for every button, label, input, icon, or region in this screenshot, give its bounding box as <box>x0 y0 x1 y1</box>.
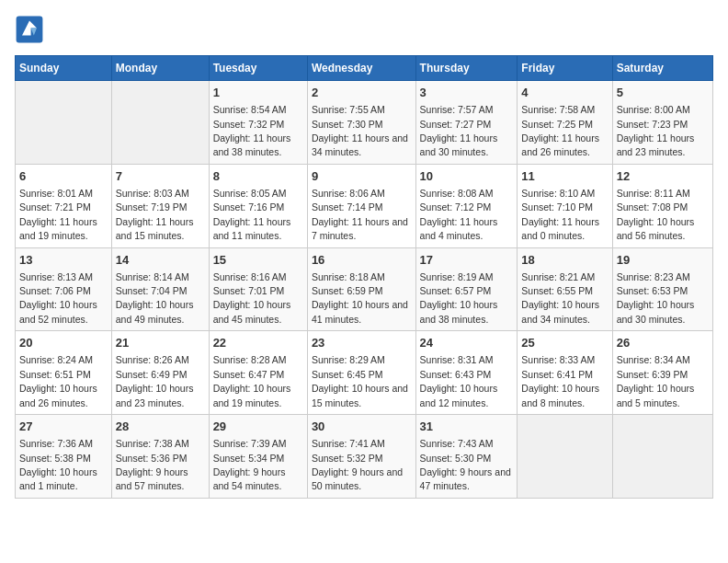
day-number: 27 <box>19 419 108 435</box>
day-info: Sunrise: 7:39 AMSunset: 5:34 PMDaylight:… <box>213 438 287 491</box>
calendar-cell: 2Sunrise: 7:55 AMSunset: 7:30 PMDaylight… <box>307 81 415 165</box>
day-info: Sunrise: 8:08 AMSunset: 7:12 PMDaylight:… <box>420 188 498 241</box>
calendar-cell: 23Sunrise: 8:29 AMSunset: 6:45 PMDayligh… <box>307 331 415 415</box>
calendar-cell: 26Sunrise: 8:34 AMSunset: 6:39 PMDayligh… <box>612 331 712 415</box>
weekday-header: Saturday <box>612 56 712 81</box>
day-info: Sunrise: 7:58 AMSunset: 7:25 PMDaylight:… <box>521 104 599 157</box>
calendar-week-row: 1Sunrise: 8:54 AMSunset: 7:32 PMDaylight… <box>16 81 713 165</box>
day-info: Sunrise: 8:23 AMSunset: 6:53 PMDaylight:… <box>617 271 695 325</box>
day-info: Sunrise: 7:55 AMSunset: 7:30 PMDaylight:… <box>312 104 408 157</box>
day-info: Sunrise: 8:54 AMSunset: 7:32 PMDaylight:… <box>213 104 291 157</box>
calendar-cell: 24Sunrise: 8:31 AMSunset: 6:43 PMDayligh… <box>415 331 518 415</box>
calendar-cell: 27Sunrise: 7:36 AMSunset: 5:38 PMDayligh… <box>16 415 112 499</box>
day-number: 12 <box>617 168 709 185</box>
weekday-header: Friday <box>518 56 612 81</box>
calendar-cell: 19Sunrise: 8:23 AMSunset: 6:53 PMDayligh… <box>612 247 712 331</box>
calendar-cell: 10Sunrise: 8:08 AMSunset: 7:12 PMDayligh… <box>415 164 518 247</box>
day-info: Sunrise: 8:06 AMSunset: 7:14 PMDaylight:… <box>312 188 408 241</box>
day-number: 24 <box>420 335 514 351</box>
calendar-table: SundayMondayTuesdayWednesdayThursdayFrid… <box>15 55 713 499</box>
calendar-cell <box>16 81 112 165</box>
day-info: Sunrise: 8:33 AMSunset: 6:41 PMDaylight:… <box>521 354 599 408</box>
day-info: Sunrise: 8:28 AMSunset: 6:47 PMDaylight:… <box>213 354 291 408</box>
day-info: Sunrise: 8:24 AMSunset: 6:51 PMDaylight:… <box>19 354 97 408</box>
calendar-cell: 30Sunrise: 7:41 AMSunset: 5:32 PMDayligh… <box>307 415 415 499</box>
day-number: 7 <box>116 168 205 185</box>
day-info: Sunrise: 7:36 AMSunset: 5:38 PMDaylight:… <box>19 438 97 491</box>
day-number: 17 <box>420 252 514 269</box>
day-info: Sunrise: 8:13 AMSunset: 7:06 PMDaylight:… <box>19 271 97 325</box>
day-info: Sunrise: 8:10 AMSunset: 7:10 PMDaylight:… <box>521 188 599 241</box>
calendar-cell <box>111 81 209 165</box>
day-number: 19 <box>617 252 709 269</box>
calendar-week-row: 20Sunrise: 8:24 AMSunset: 6:51 PMDayligh… <box>16 331 713 415</box>
calendar-header: SundayMondayTuesdayWednesdayThursdayFrid… <box>16 56 713 81</box>
weekday-header: Monday <box>111 56 209 81</box>
calendar-cell: 16Sunrise: 8:18 AMSunset: 6:59 PMDayligh… <box>307 247 415 331</box>
calendar-cell: 21Sunrise: 8:26 AMSunset: 6:49 PMDayligh… <box>111 331 209 415</box>
day-number: 3 <box>420 85 514 101</box>
day-number: 23 <box>312 335 412 351</box>
calendar-cell: 28Sunrise: 7:38 AMSunset: 5:36 PMDayligh… <box>111 415 209 499</box>
day-number: 6 <box>19 168 108 185</box>
calendar-week-row: 6Sunrise: 8:01 AMSunset: 7:21 PMDaylight… <box>16 164 713 247</box>
day-info: Sunrise: 8:34 AMSunset: 6:39 PMDaylight:… <box>617 354 695 408</box>
calendar-cell <box>612 415 712 499</box>
day-number: 10 <box>420 168 514 185</box>
day-number: 30 <box>312 419 412 435</box>
calendar-cell: 29Sunrise: 7:39 AMSunset: 5:34 PMDayligh… <box>209 415 307 499</box>
calendar-cell <box>518 415 612 499</box>
day-number: 25 <box>521 335 608 351</box>
day-number: 8 <box>213 168 303 185</box>
weekday-header: Thursday <box>415 56 518 81</box>
logo-icon <box>15 15 44 44</box>
calendar-week-row: 13Sunrise: 8:13 AMSunset: 7:06 PMDayligh… <box>16 247 713 331</box>
calendar-week-row: 27Sunrise: 7:36 AMSunset: 5:38 PMDayligh… <box>16 415 713 499</box>
calendar-cell: 5Sunrise: 8:00 AMSunset: 7:23 PMDaylight… <box>612 81 712 165</box>
day-number: 9 <box>312 168 412 185</box>
day-info: Sunrise: 8:03 AMSunset: 7:19 PMDaylight:… <box>116 188 194 241</box>
day-info: Sunrise: 8:19 AMSunset: 6:57 PMDaylight:… <box>420 271 498 325</box>
day-info: Sunrise: 7:43 AMSunset: 5:30 PMDaylight:… <box>420 438 511 491</box>
day-info: Sunrise: 8:14 AMSunset: 7:04 PMDaylight:… <box>116 271 194 325</box>
calendar-cell: 20Sunrise: 8:24 AMSunset: 6:51 PMDayligh… <box>16 331 112 415</box>
calendar-cell: 31Sunrise: 7:43 AMSunset: 5:30 PMDayligh… <box>415 415 518 499</box>
weekday-header: Sunday <box>16 56 112 81</box>
day-number: 11 <box>521 168 608 185</box>
day-number: 14 <box>116 252 205 269</box>
day-number: 20 <box>19 335 108 351</box>
day-info: Sunrise: 8:05 AMSunset: 7:16 PMDaylight:… <box>213 188 291 241</box>
calendar-cell: 17Sunrise: 8:19 AMSunset: 6:57 PMDayligh… <box>415 247 518 331</box>
logo <box>15 15 48 44</box>
day-info: Sunrise: 8:16 AMSunset: 7:01 PMDaylight:… <box>213 271 291 325</box>
calendar-cell: 13Sunrise: 8:13 AMSunset: 7:06 PMDayligh… <box>16 247 112 331</box>
day-number: 22 <box>213 335 303 351</box>
calendar-cell: 3Sunrise: 7:57 AMSunset: 7:27 PMDaylight… <box>415 81 518 165</box>
day-number: 5 <box>617 85 709 101</box>
day-number: 21 <box>116 335 205 351</box>
day-number: 29 <box>213 419 303 435</box>
day-info: Sunrise: 7:41 AMSunset: 5:32 PMDaylight:… <box>312 438 403 491</box>
calendar-cell: 7Sunrise: 8:03 AMSunset: 7:19 PMDaylight… <box>111 164 209 247</box>
day-number: 18 <box>521 252 608 269</box>
day-number: 28 <box>116 419 205 435</box>
day-number: 4 <box>521 85 608 101</box>
calendar-cell: 25Sunrise: 8:33 AMSunset: 6:41 PMDayligh… <box>518 331 612 415</box>
calendar-cell: 12Sunrise: 8:11 AMSunset: 7:08 PMDayligh… <box>612 164 712 247</box>
day-number: 26 <box>617 335 709 351</box>
day-info: Sunrise: 7:38 AMSunset: 5:36 PMDaylight:… <box>116 438 189 491</box>
day-info: Sunrise: 8:31 AMSunset: 6:43 PMDaylight:… <box>420 354 498 408</box>
calendar-cell: 18Sunrise: 8:21 AMSunset: 6:55 PMDayligh… <box>518 247 612 331</box>
weekday-header: Wednesday <box>307 56 415 81</box>
weekday-header: Tuesday <box>209 56 307 81</box>
day-number: 15 <box>213 252 303 269</box>
calendar-cell: 11Sunrise: 8:10 AMSunset: 7:10 PMDayligh… <box>518 164 612 247</box>
day-info: Sunrise: 8:29 AMSunset: 6:45 PMDaylight:… <box>312 354 408 408</box>
day-info: Sunrise: 8:18 AMSunset: 6:59 PMDaylight:… <box>312 271 408 325</box>
page-header <box>15 15 713 44</box>
day-number: 13 <box>19 252 108 269</box>
day-info: Sunrise: 7:57 AMSunset: 7:27 PMDaylight:… <box>420 104 498 157</box>
day-number: 16 <box>312 252 412 269</box>
day-info: Sunrise: 8:26 AMSunset: 6:49 PMDaylight:… <box>116 354 194 408</box>
calendar-cell: 14Sunrise: 8:14 AMSunset: 7:04 PMDayligh… <box>111 247 209 331</box>
